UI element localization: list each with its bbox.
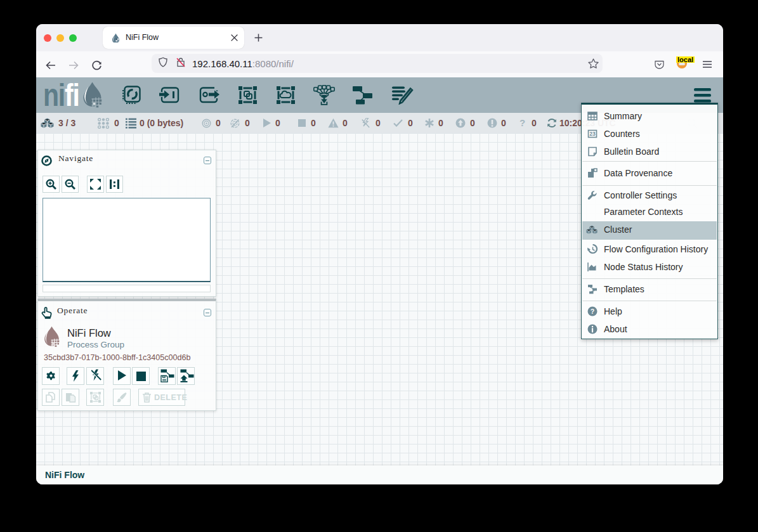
svg-text:?: ? <box>591 307 594 315</box>
svg-text:23: 23 <box>589 131 596 137</box>
